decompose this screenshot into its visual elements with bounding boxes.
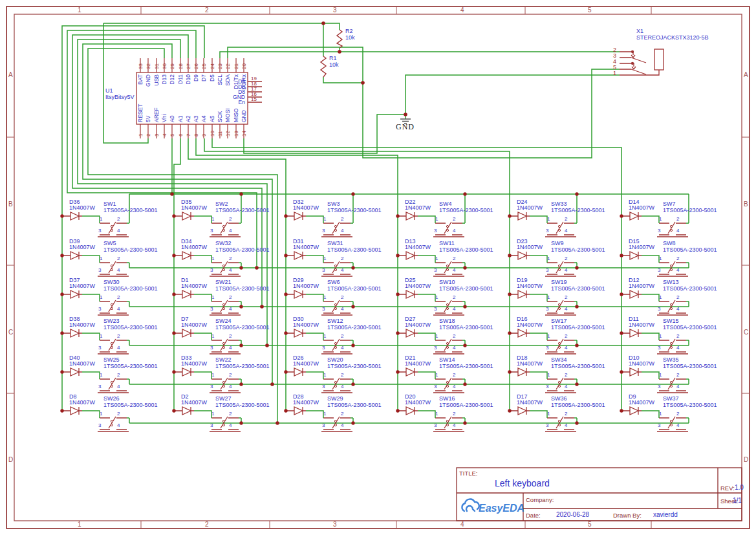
switch-value-label[interactable]: 1TS005A-2300-5001 bbox=[327, 247, 382, 253]
switch-ref-label[interactable]: SW33 bbox=[551, 201, 567, 207]
diode-value-label[interactable]: 1N4007W bbox=[181, 283, 207, 289]
switch-ref-label[interactable]: SW20 bbox=[327, 357, 343, 363]
switch-ref-label[interactable]: SW22 bbox=[215, 357, 232, 363]
switch-ref-label[interactable]: SW10 bbox=[439, 279, 455, 285]
diode-value-label[interactable]: 1N4007W bbox=[405, 361, 431, 367]
diode-value-label[interactable]: 1N4007W bbox=[181, 205, 207, 211]
switch-ref-label[interactable]: SW37 bbox=[663, 396, 679, 402]
switch-ref-label[interactable]: SW29 bbox=[327, 396, 343, 402]
switch-value-label[interactable]: 1TS005A-2300-5001 bbox=[103, 286, 158, 292]
diode-value-label[interactable]: 1N4007W bbox=[69, 283, 95, 289]
switch-ref-label[interactable]: SW16 bbox=[439, 396, 455, 402]
switch-ref-label[interactable]: SW36 bbox=[551, 396, 567, 402]
diode-value-label[interactable]: 1N4007W bbox=[629, 361, 654, 367]
switch-ref-label[interactable]: SW31 bbox=[327, 241, 343, 246]
diode-value-label[interactable]: 1N4007W bbox=[69, 400, 95, 406]
switch-ref-label[interactable]: SW12 bbox=[327, 318, 343, 324]
diode-value-label[interactable]: 1N4007W bbox=[517, 205, 543, 211]
diode-value-label[interactable]: 1N4007W bbox=[405, 283, 431, 289]
switch-ref-label[interactable]: SW19 bbox=[551, 279, 567, 285]
switch-ref-label[interactable]: SW5 bbox=[103, 241, 116, 246]
diode-value-label[interactable]: 1N4007W bbox=[181, 322, 207, 328]
switch-value-label[interactable]: 1TS005A-2300-5001 bbox=[215, 325, 270, 331]
switch-value-label[interactable]: 1TS005A-2300-5001 bbox=[215, 247, 270, 253]
switch-value-label[interactable]: 1TS005A-2300-5001 bbox=[663, 325, 717, 331]
diode-value-label[interactable]: 1N4007W bbox=[629, 245, 654, 250]
switch-ref-label[interactable]: SW8 bbox=[663, 241, 676, 246]
switch-ref-label[interactable]: SW1 bbox=[103, 201, 116, 207]
diode-value-label[interactable]: 1N4007W bbox=[293, 322, 319, 328]
r2-ref[interactable]: R2 bbox=[345, 28, 353, 34]
jack-ref[interactable]: X1 bbox=[636, 28, 643, 34]
mcu-ref[interactable]: U1 bbox=[105, 88, 113, 94]
switch-value-label[interactable]: 1TS005A-2300-5001 bbox=[103, 247, 158, 253]
diode-value-label[interactable]: 1N4007W bbox=[69, 245, 95, 250]
switch-ref-label[interactable]: SW9 bbox=[551, 241, 564, 246]
switch-value-label[interactable]: 1TS005A-2300-5001 bbox=[551, 286, 605, 292]
switch-value-label[interactable]: 1TS005A-2300-5001 bbox=[439, 247, 493, 253]
switch-value-label[interactable]: 1TS005A-2300-5001 bbox=[663, 286, 717, 292]
switch-value-label[interactable]: 1TS005A-2300-5001 bbox=[439, 325, 493, 331]
diode-value-label[interactable]: 1N4007W bbox=[517, 322, 543, 328]
diode-value-label[interactable]: 1N4007W bbox=[181, 245, 207, 250]
switch-value-label[interactable]: 1TS005A-2300-5001 bbox=[439, 286, 493, 292]
switch-ref-label[interactable]: SW30 bbox=[103, 279, 120, 285]
jack-value[interactable]: STEREOJACKSTX3120-5B bbox=[636, 35, 709, 41]
diode-value-label[interactable]: 1N4007W bbox=[517, 400, 543, 406]
diode-value-label[interactable]: 1N4007W bbox=[293, 283, 319, 289]
switch-value-label[interactable]: 1TS005A-2300-5001 bbox=[663, 402, 717, 408]
switch-value-label[interactable]: 1TS005A-2300-5001 bbox=[327, 286, 382, 292]
switch-value-label[interactable]: 1TS005A-2300-5001 bbox=[439, 364, 493, 369]
switch-ref-label[interactable]: SW15 bbox=[663, 318, 679, 324]
switch-ref-label[interactable]: SW27 bbox=[215, 396, 232, 402]
switch-ref-label[interactable]: SW34 bbox=[551, 357, 567, 363]
diode-value-label[interactable]: 1N4007W bbox=[629, 400, 654, 406]
switch-value-label[interactable]: 1TS005A-2300-5001 bbox=[327, 325, 382, 331]
diode-value-label[interactable]: 1N4007W bbox=[405, 400, 431, 406]
switch-value-label[interactable]: 1TS005A-2300-5001 bbox=[215, 364, 270, 369]
switch-value-label[interactable]: 1TS005A-2300-5001 bbox=[551, 402, 605, 408]
switch-value-label[interactable]: 1TS005A-2300-5001 bbox=[551, 364, 605, 369]
gnd-label[interactable]: GND bbox=[396, 123, 415, 131]
switch-ref-label[interactable]: SW24 bbox=[215, 318, 232, 324]
switch-ref-label[interactable]: SW35 bbox=[663, 357, 679, 363]
switch-value-label[interactable]: 1TS005A-2300-5001 bbox=[327, 364, 382, 369]
switch-value-label[interactable]: 1TS005A-2300-5001 bbox=[551, 208, 605, 213]
switch-value-label[interactable]: 1TS005A-2300-5001 bbox=[103, 402, 158, 408]
switch-value-label[interactable]: 1TS005A-2300-5001 bbox=[663, 247, 717, 253]
diode-value-label[interactable]: 1N4007W bbox=[405, 245, 431, 250]
r1-value[interactable]: 10k bbox=[329, 62, 339, 68]
r2-value[interactable]: 10k bbox=[345, 35, 355, 41]
switch-value-label[interactable]: 1TS005A-2300-5001 bbox=[215, 208, 270, 213]
diode-value-label[interactable]: 1N4007W bbox=[69, 322, 95, 328]
diode-value-label[interactable]: 1N4007W bbox=[405, 205, 431, 211]
switch-value-label[interactable]: 1TS005A-2300-5001 bbox=[103, 325, 158, 331]
diode-value-label[interactable]: 1N4007W bbox=[629, 283, 654, 289]
switch-ref-label[interactable]: SW23 bbox=[103, 318, 120, 324]
switch-value-label[interactable]: 1TS005A-2300-5001 bbox=[103, 364, 158, 369]
switch-value-label[interactable]: 1TS005A-2300-5001 bbox=[215, 286, 270, 292]
diode-value-label[interactable]: 1N4007W bbox=[629, 205, 654, 211]
diode-value-label[interactable]: 1N4007W bbox=[181, 361, 207, 367]
switch-value-label[interactable]: 1TS005A-2300-5001 bbox=[663, 208, 717, 213]
mcu-value[interactable]: ItsyBitsy5V bbox=[105, 94, 135, 100]
diode-value-label[interactable]: 1N4007W bbox=[405, 322, 431, 328]
switch-ref-label[interactable]: SW11 bbox=[439, 241, 455, 246]
switch-value-label[interactable]: 1TS005A-2300-5001 bbox=[663, 364, 717, 369]
switch-ref-label[interactable]: SW3 bbox=[327, 201, 340, 207]
switch-value-label[interactable]: 1TS005A-2300-5001 bbox=[551, 247, 605, 253]
diode-value-label[interactable]: 1N4007W bbox=[293, 205, 319, 211]
switch-value-label[interactable]: 1TS005A-2300-5001 bbox=[551, 325, 605, 331]
diode-value-label[interactable]: 1N4007W bbox=[517, 283, 543, 289]
switch-ref-label[interactable]: SW32 bbox=[215, 241, 232, 246]
diode-value-label[interactable]: 1N4007W bbox=[69, 205, 95, 211]
r1-ref[interactable]: R1 bbox=[329, 56, 337, 61]
diode-value-label[interactable]: 1N4007W bbox=[69, 361, 95, 367]
switch-ref-label[interactable]: SW14 bbox=[439, 357, 455, 363]
switch-ref-label[interactable]: SW26 bbox=[103, 396, 120, 402]
switch-ref-label[interactable]: SW17 bbox=[551, 318, 567, 324]
switch-value-label[interactable]: 1TS005A-2300-5001 bbox=[439, 402, 493, 408]
switch-ref-label[interactable]: SW21 bbox=[215, 279, 232, 285]
switch-value-label[interactable]: 1TS005A-2300-5001 bbox=[215, 402, 270, 408]
switch-ref-label[interactable]: SW6 bbox=[327, 279, 340, 285]
